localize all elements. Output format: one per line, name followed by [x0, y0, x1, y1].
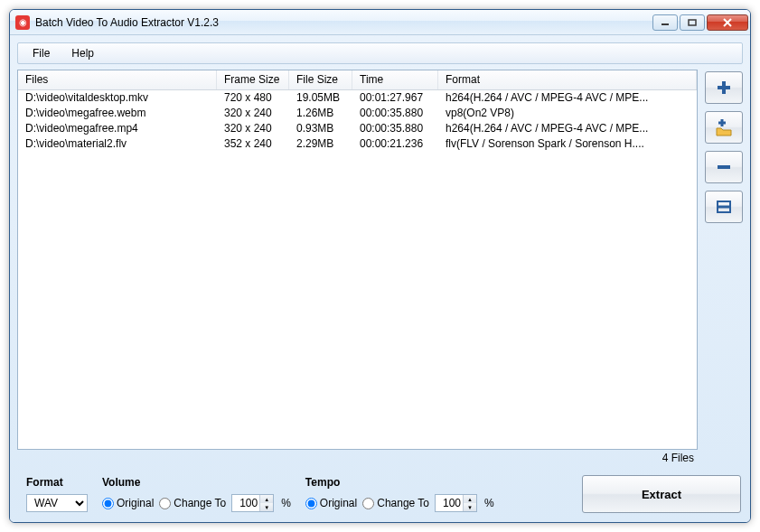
volume-label: Volume — [102, 476, 291, 489]
menubar: File Help — [17, 42, 743, 64]
volume-changeto-input[interactable] — [159, 498, 171, 509]
clear-all-button[interactable] — [705, 191, 743, 223]
col-header-frame[interactable]: Frame Size — [217, 70, 289, 89]
cell-frame: 320 x 240 — [217, 121, 289, 136]
tempo-original-radio[interactable]: Original — [305, 497, 357, 509]
cell-size: 0.93MB — [289, 121, 352, 136]
cell-format: vp8(On2 VP8) — [438, 106, 697, 121]
table-row[interactable]: D:\video\megafree.mp4320 x 2400.93MB00:0… — [18, 121, 697, 136]
minimize-button[interactable] — [652, 14, 678, 31]
file-count: 4 Files — [17, 450, 698, 464]
cell-frame: 352 x 240 — [217, 136, 289, 152]
svg-rect-0 — [661, 23, 669, 25]
titlebar: ◉ Batch Video To Audio Extractor V1.2.3 — [10, 10, 750, 35]
menu-help[interactable]: Help — [61, 44, 105, 62]
tempo-group: Tempo Original Change To ▲ ▼ — [305, 476, 494, 512]
list-header: Files Frame Size File Size Time Format — [18, 70, 697, 90]
cell-format: flv(FLV / Sorenson Spark / Sorenson H...… — [438, 136, 697, 152]
window-controls — [652, 14, 748, 31]
tempo-spinner[interactable]: ▲ ▼ — [435, 494, 477, 512]
plus-folder-icon — [713, 117, 735, 137]
remove-button[interactable] — [705, 151, 743, 183]
cell-size: 1.26MB — [289, 106, 352, 121]
tempo-original-text: Original — [320, 497, 357, 509]
volume-group: Volume Original Change To ▲ ▼ — [102, 476, 291, 512]
app-icon: ◉ — [15, 15, 30, 30]
plus-icon — [714, 78, 734, 98]
cell-files: D:\video\vitaldesktop.mkv — [18, 90, 217, 106]
maximize-button[interactable] — [680, 14, 705, 31]
tempo-changeto-text: Change To — [377, 497, 429, 509]
volume-changeto-radio[interactable]: Change To — [159, 497, 226, 509]
cell-time: 00:01:27.967 — [352, 90, 438, 106]
list-body: D:\video\vitaldesktop.mkv720 x 48019.05M… — [18, 90, 697, 152]
cell-time: 00:00:21.236 — [352, 136, 438, 152]
clear-icon — [714, 197, 734, 217]
svg-rect-1 — [689, 20, 696, 25]
cell-time: 00:00:35.880 — [352, 121, 438, 136]
extract-button[interactable]: Extract — [582, 475, 741, 513]
volume-spin-up[interactable]: ▲ — [260, 495, 273, 503]
format-group: Format WAV — [26, 476, 88, 512]
tempo-value-input[interactable] — [436, 495, 463, 511]
volume-original-radio[interactable]: Original — [102, 497, 154, 509]
close-button[interactable] — [707, 14, 748, 31]
window-title: Batch Video To Audio Extractor V1.2.3 — [35, 16, 652, 29]
cell-time: 00:00:35.880 — [352, 106, 438, 121]
list-wrap: Files Frame Size File Size Time Format D… — [17, 70, 698, 464]
format-label: Format — [26, 476, 88, 489]
table-row[interactable]: D:\video\megafree.webm320 x 2401.26MB00:… — [18, 106, 697, 121]
bottom-panel: Format WAV Volume Original Change — [17, 470, 743, 515]
volume-changeto-text: Change To — [174, 497, 226, 509]
work-area: Files Frame Size File Size Time Format D… — [17, 70, 743, 464]
tempo-label: Tempo — [305, 476, 494, 489]
table-row[interactable]: D:\video\material2.flv352 x 2402.29MB00:… — [18, 136, 697, 152]
add-file-button[interactable] — [705, 71, 743, 104]
cell-format: h264(H.264 / AVC / MPEG-4 AVC / MPE... — [438, 121, 697, 136]
minimize-icon — [661, 19, 670, 26]
volume-pct: % — [281, 497, 291, 509]
tempo-changeto-radio[interactable]: Change To — [362, 497, 429, 509]
col-header-format[interactable]: Format — [438, 70, 697, 89]
col-header-time[interactable]: Time — [352, 70, 438, 89]
cell-size: 2.29MB — [289, 136, 352, 152]
cell-frame: 320 x 240 — [217, 106, 289, 121]
maximize-icon — [688, 19, 697, 26]
cell-format: h264(H.264 / AVC / MPEG-4 AVC / MPE... — [438, 90, 697, 106]
volume-original-text: Original — [117, 497, 154, 509]
tempo-changeto-input[interactable] — [362, 498, 374, 509]
app-window: ◉ Batch Video To Audio Extractor V1.2.3 … — [9, 9, 751, 523]
col-header-files[interactable]: Files — [18, 70, 217, 89]
tempo-pct: % — [484, 497, 494, 509]
cell-files: D:\video\material2.flv — [18, 136, 217, 152]
tempo-spin-down[interactable]: ▼ — [464, 503, 476, 511]
file-listview[interactable]: Files Frame Size File Size Time Format D… — [17, 70, 698, 450]
volume-spin-down[interactable]: ▼ — [260, 503, 273, 511]
tempo-spin-up[interactable]: ▲ — [464, 495, 476, 503]
cell-size: 19.05MB — [289, 90, 352, 106]
format-select[interactable]: WAV — [26, 494, 88, 512]
side-buttons — [705, 70, 743, 464]
volume-value-input[interactable] — [232, 495, 259, 511]
col-header-size[interactable]: File Size — [289, 70, 352, 89]
volume-spinner[interactable]: ▲ ▼ — [231, 494, 274, 512]
minus-icon — [714, 157, 734, 177]
menu-file[interactable]: File — [22, 44, 61, 62]
cell-files: D:\video\megafree.mp4 — [18, 121, 217, 136]
client-area: File Help Files Frame Size File Size Tim… — [10, 35, 750, 522]
cell-files: D:\video\megafree.webm — [18, 106, 217, 121]
volume-original-input[interactable] — [102, 498, 114, 509]
add-folder-button[interactable] — [705, 111, 743, 144]
cell-frame: 720 x 480 — [217, 90, 289, 106]
close-icon — [722, 18, 733, 27]
table-row[interactable]: D:\video\vitaldesktop.mkv720 x 48019.05M… — [18, 90, 697, 106]
tempo-original-input[interactable] — [305, 498, 317, 509]
